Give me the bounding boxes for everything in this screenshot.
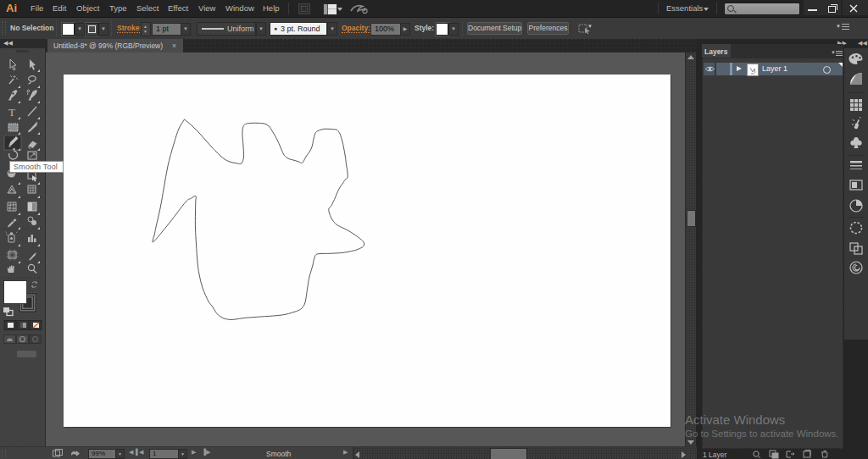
svg-text:T: T xyxy=(8,106,15,119)
